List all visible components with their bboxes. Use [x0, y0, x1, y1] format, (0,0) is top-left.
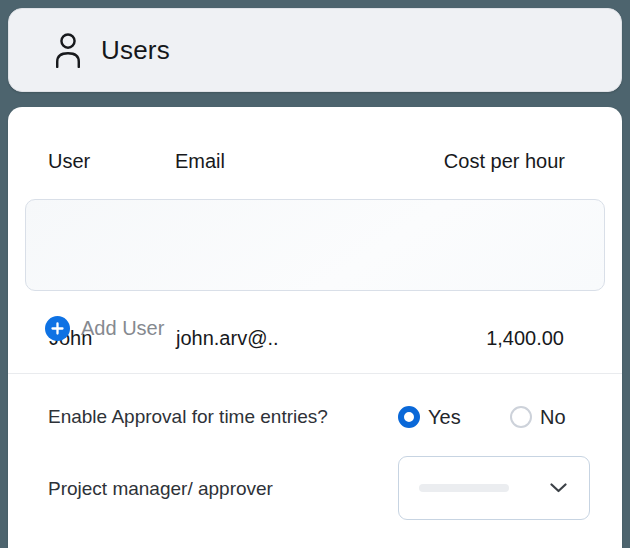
- radio-yes-icon[interactable]: [398, 406, 420, 428]
- plus-icon: [45, 316, 70, 341]
- add-user-label: Add User: [81, 317, 164, 340]
- project-manager-approver-label: Project manager/ approver: [48, 476, 273, 502]
- radio-option-yes[interactable]: Yes: [398, 404, 461, 430]
- radio-yes-label: Yes: [428, 404, 461, 430]
- column-header-user: User: [48, 147, 90, 175]
- table-row[interactable]: John john.arv@.. 1,400.00: [25, 199, 605, 291]
- radio-no-icon[interactable]: [510, 406, 532, 428]
- chevron-down-icon: [550, 483, 567, 493]
- column-header-email: Email: [175, 147, 225, 175]
- row-user-email: john.arv@..: [176, 324, 279, 352]
- radio-option-no[interactable]: No: [510, 404, 566, 430]
- section-divider: [8, 373, 622, 374]
- column-header-cost-per-hour: Cost per hour: [444, 147, 565, 175]
- select-placeholder-skeleton: [419, 484, 509, 492]
- user-icon: [53, 32, 83, 68]
- project-manager-approver-select[interactable]: [398, 456, 590, 520]
- approval-question-label: Enable Approval for time entries?: [48, 404, 328, 430]
- page-title: Users: [101, 35, 170, 66]
- radio-no-label: No: [540, 404, 566, 430]
- row-cost-per-hour: 1,400.00: [486, 324, 564, 352]
- users-panel: User Email Cost per hour John john.arv@.…: [8, 107, 622, 548]
- users-header-card: Users: [8, 8, 622, 92]
- add-user-button[interactable]: Add User: [45, 316, 164, 341]
